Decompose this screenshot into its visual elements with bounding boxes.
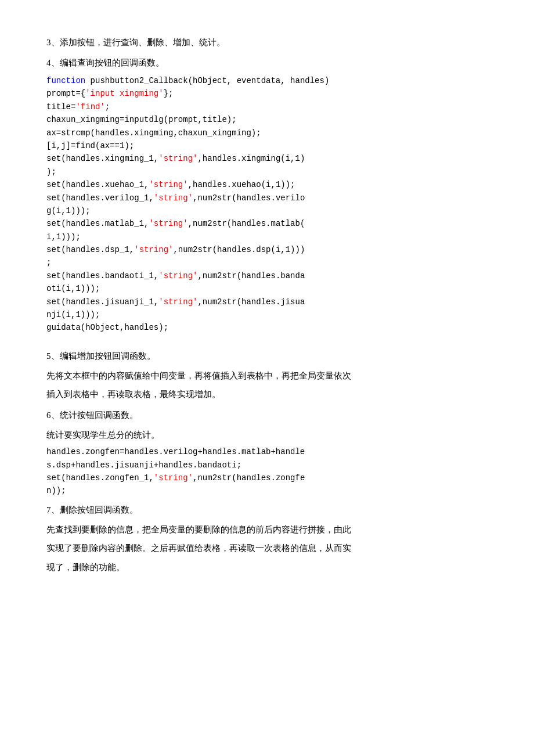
- section-7: 7、删除按钮回调函数。 先查找到要删除的信息，把全局变量的要删除的信息的前后内容…: [46, 502, 488, 576]
- section-5-desc2: 插入到表格中，再读取表格，最终实现增加。: [46, 386, 488, 403]
- code-line-9b: g(i,1)));: [46, 204, 488, 217]
- code-line-13b: nji(i,1)));: [46, 308, 488, 321]
- page-content: 3、添加按钮，进行查询、删除、增加、统计。 4、编辑查询按钮的回调函数。 fun…: [46, 35, 488, 575]
- code-6-line-1: handles.zongfen=handles.verilog+handles.…: [46, 445, 488, 458]
- code-line-10b: i,1)));: [46, 231, 488, 243]
- section-3-title: 3、添加按钮，进行查询、删除、增加、统计。: [46, 35, 488, 51]
- section-7-desc1: 先查找到要删除的信息，把全局变量的要删除的信息的前后内容进行拼接，由此: [46, 521, 488, 538]
- code-line-11: set(handles.dsp_1,'string',num2str(handl…: [46, 243, 488, 256]
- section-6: 6、统计按钮回调函数。 统计要实现学生总分的统计。 handles.zongfe…: [46, 408, 488, 498]
- code-6-line-2: set(handles.zongfen_1,'string',num2str(h…: [46, 471, 488, 484]
- code-6-line-2b: n));: [46, 484, 488, 497]
- section-4-title: 4、编辑查询按钮的回调函数。: [46, 55, 488, 71]
- code-line-5: ax=strcmp(handles.xingming,chaxun_xingmi…: [46, 127, 488, 139]
- code-line-12: set(handles.bandaoti_1,'string',num2str(…: [46, 269, 488, 282]
- code-line-1: function pushbutton2_Callback(hObject, e…: [46, 74, 488, 87]
- code-line-2: prompt={'input xingming'};: [46, 87, 488, 100]
- code-line-14: guidata(hObject,handles);: [46, 321, 488, 334]
- code-6-line-1b: s.dsp+handles.jisuanji+handles.bandaoti;: [46, 459, 488, 471]
- code-block-6: handles.zongfen=handles.verilog+handles.…: [46, 445, 488, 498]
- section-5-desc: 先将文本框中的内容赋值给中间变量，再将值插入到表格中，再把全局变量依次: [46, 368, 488, 384]
- code-line-6: [i,j]=find(ax==1);: [46, 139, 488, 152]
- section-7-desc3: 现了，删除的功能。: [46, 559, 488, 576]
- section-3: 3、添加按钮，进行查询、删除、增加、统计。: [46, 35, 488, 51]
- section-7-title: 7、删除按钮回调函数。: [46, 502, 488, 518]
- section-5: 5、编辑增加按钮回调函数。 先将文本框中的内容赋值给中间变量，再将值插入到表格中…: [46, 348, 488, 403]
- code-line-9: set(handles.verilog_1,'string',num2str(h…: [46, 192, 488, 204]
- code-block-4: function pushbutton2_Callback(hObject, e…: [46, 74, 488, 334]
- code-line-12b: oti(i,1)));: [46, 282, 488, 295]
- code-line-7b: );: [46, 165, 488, 178]
- section-6-desc: 统计要实现学生总分的统计。: [46, 427, 488, 444]
- section-7-desc2: 实现了要删除内容的删除。之后再赋值给表格，再读取一次表格的信息，从而实: [46, 540, 488, 557]
- code-line-3: title='find';: [46, 100, 488, 113]
- code-line-4: chaxun_xingming=inputdlg(prompt,title);: [46, 113, 488, 126]
- code-line-7: set(handles.xingming_1,'string',handles.…: [46, 152, 488, 165]
- code-line-8: set(handles.xuehao_1,'string',handles.xu…: [46, 178, 488, 191]
- code-line-10: set(handles.matlab_1,'string',num2str(ha…: [46, 217, 488, 230]
- code-line-13: set(handles.jisuanji_1,'string',num2str(…: [46, 296, 488, 308]
- section-4: 4、编辑查询按钮的回调函数。 function pushbutton2_Call…: [46, 55, 488, 334]
- section-5-title: 5、编辑增加按钮回调函数。: [46, 348, 488, 364]
- code-line-11b: ;: [46, 256, 488, 269]
- section-6-title: 6、统计按钮回调函数。: [46, 408, 488, 423]
